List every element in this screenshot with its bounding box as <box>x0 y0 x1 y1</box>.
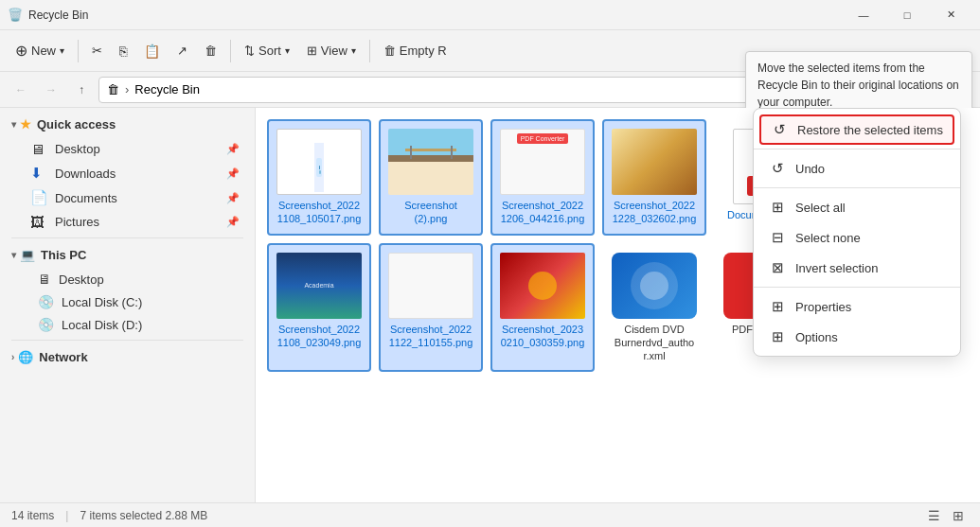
forward-button[interactable]: → <box>38 77 64 103</box>
context-menu-options[interactable]: ⊞ Options <box>754 322 960 352</box>
sort-chevron-icon: ▾ <box>285 45 290 56</box>
chevron-down-icon: ▾ <box>60 45 64 56</box>
context-menu-overlay: ↺ Restore the selected items ↺ Undo ⊞ Se… <box>256 108 980 502</box>
sidebar-item-local-d[interactable]: 💿 Local Disk (D:) <box>4 313 251 336</box>
minimize-button[interactable]: — <box>842 0 885 30</box>
titlebar: 🗑️ Recycle Bin — □ ✕ <box>0 0 980 30</box>
separator-1 <box>78 40 79 62</box>
titlebar-icon: 🗑️ <box>8 8 23 23</box>
sort-button[interactable]: ⇅ Sort ▾ <box>237 40 297 61</box>
titlebar-title: Recycle Bin <box>28 9 842 22</box>
list-view-button[interactable]: ☰ <box>923 505 944 526</box>
titlebar-controls: — □ ✕ <box>842 0 972 30</box>
sidebar-item-desktop2[interactable]: 🖥 Desktop <box>4 268 251 290</box>
select-all-icon: ⊞ <box>769 199 786 216</box>
maximize-button[interactable]: □ <box>885 0 929 30</box>
view-button[interactable]: ⊞ View ▾ <box>299 40 364 61</box>
network-icon: 🌐 <box>18 350 33 364</box>
local-c-icon: 💿 <box>38 294 54 309</box>
copy-icon: ⎘ <box>119 44 127 59</box>
restore-icon: ↺ <box>771 121 788 138</box>
sidebar-quick-access[interactable]: ▾ ★ Quick access <box>0 112 255 137</box>
delete-button[interactable]: 🗑 <box>197 40 224 61</box>
file-area[interactable]: Screenshot_20221108_105017.png Screensho… <box>256 108 980 502</box>
context-menu-select-all[interactable]: ⊞ Select all <box>754 192 960 222</box>
context-menu-divider-1 <box>754 149 960 149</box>
delete-icon: 🗑 <box>205 44 217 58</box>
cut-icon: ✂ <box>92 44 102 58</box>
pin-icon: 📌 <box>226 143 240 155</box>
sidebar-item-desktop[interactable]: 🖥 Desktop 📌 <box>4 137 251 161</box>
view-chevron-icon: ▾ <box>351 45 356 56</box>
share-icon: ↗ <box>177 44 187 58</box>
context-menu-select-none[interactable]: ⊟ Select none <box>754 222 960 253</box>
sidebar: ▾ ★ Quick access 🖥 Desktop 📌 ⬇ Downloads… <box>0 108 256 502</box>
copy-button[interactable]: ⎘ <box>112 40 134 62</box>
back-button[interactable]: ← <box>8 77 34 103</box>
context-menu-invert[interactable]: ⊠ Invert selection <box>754 253 960 283</box>
selected-info: 7 items selected 2.88 MB <box>80 509 207 522</box>
pin-icon-doc: 📌 <box>226 192 240 204</box>
sidebar-item-local-c[interactable]: 💿 Local Disk (C:) <box>4 290 251 313</box>
grid-view-button[interactable]: ⊞ <box>948 505 969 526</box>
items-count: 14 items <box>11 509 54 522</box>
pc-icon: 💻 <box>20 248 35 262</box>
pin-icon-dl: 📌 <box>226 167 240 180</box>
context-menu-restore[interactable]: ↺ Restore the selected items <box>759 114 954 145</box>
sidebar-item-downloads[interactable]: ⬇ Downloads 📌 <box>4 161 251 185</box>
pin-icon-pic: 📌 <box>226 216 240 228</box>
statusbar: 14 items | 7 items selected 2.88 MB ☰ ⊞ <box>0 502 980 527</box>
local-d-icon: 💿 <box>38 317 54 332</box>
sidebar-item-pictures[interactable]: 🖼 Pictures 📌 <box>4 210 251 234</box>
sort-icon: ⇅ <box>244 44 255 58</box>
address-icon: 🗑 <box>107 82 119 97</box>
sidebar-divider-2 <box>11 340 243 341</box>
separator-3 <box>369 40 370 62</box>
empty-button[interactable]: 🗑 Empty R <box>376 40 454 61</box>
invert-icon: ⊠ <box>769 259 786 276</box>
paste-icon: 📋 <box>144 44 160 59</box>
separator-2 <box>230 40 231 62</box>
share-button[interactable]: ↗ <box>169 40 195 61</box>
select-none-icon: ⊟ <box>769 229 786 246</box>
view-controls: ☰ ⊞ <box>923 505 969 526</box>
cut-button[interactable]: ✂ <box>84 40 110 61</box>
main-area: ▾ ★ Quick access 🖥 Desktop 📌 ⬇ Downloads… <box>0 108 980 502</box>
options-icon: ⊞ <box>769 328 786 345</box>
new-button[interactable]: ⊕ New ▾ <box>8 38 72 63</box>
desktop2-icon: 🖥 <box>38 272 51 287</box>
context-menu: ↺ Restore the selected items ↺ Undo ⊞ Se… <box>753 108 961 357</box>
pictures-icon: 🖼 <box>30 214 47 230</box>
address-path: Recycle Bin <box>134 82 200 97</box>
desktop-icon: 🖥 <box>30 141 47 157</box>
context-menu-undo[interactable]: ↺ Undo <box>754 153 960 184</box>
sidebar-divider <box>11 237 243 238</box>
undo-icon: ↺ <box>769 160 786 177</box>
toolbar: ⊕ New ▾ ✂ ⎘ 📋 ↗ 🗑 ⇅ Sort ▾ ⊞ View ▾ 🗑 Em… <box>0 30 980 72</box>
documents-icon: 📄 <box>30 189 47 206</box>
properties-icon: ⊞ <box>769 298 786 315</box>
downloads-icon: ⬇ <box>30 165 47 182</box>
close-button[interactable]: ✕ <box>929 0 972 30</box>
up-button[interactable]: ↑ <box>68 77 95 103</box>
sidebar-item-documents[interactable]: 📄 Documents 📌 <box>4 185 251 210</box>
context-menu-divider-3 <box>754 287 960 288</box>
sidebar-this-pc[interactable]: ▾ 💻 This PC <box>0 242 255 268</box>
context-menu-properties[interactable]: ⊞ Properties <box>754 291 960 322</box>
new-icon: ⊕ <box>15 42 27 60</box>
sidebar-network[interactable]: › 🌐 Network <box>0 344 255 370</box>
empty-icon: 🗑 <box>383 44 396 58</box>
view-icon: ⊞ <box>307 44 317 58</box>
paste-button[interactable]: 📋 <box>136 40 168 62</box>
context-menu-divider-2 <box>754 187 960 188</box>
